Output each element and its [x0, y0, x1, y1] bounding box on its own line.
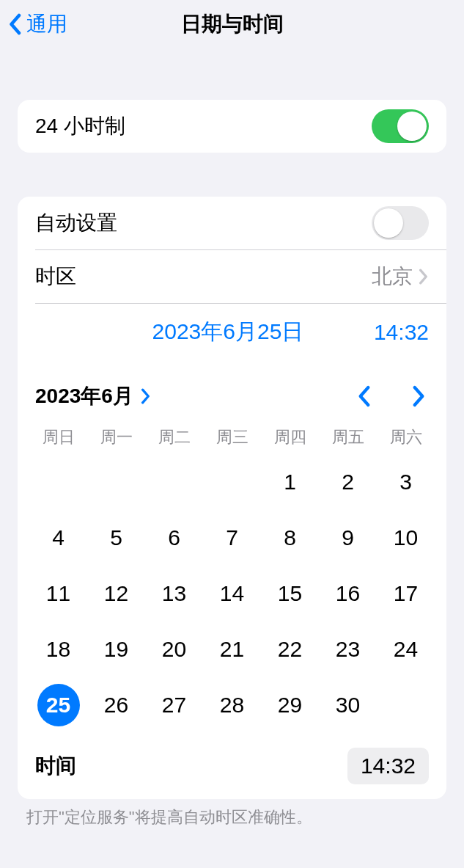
label-auto-set: 自动设置 — [35, 209, 117, 237]
row-auto-set: 自动设置 — [18, 197, 446, 249]
label-24-hour: 24 小时制 — [35, 112, 125, 140]
calendar-day-cell[interactable]: 20 — [145, 621, 203, 677]
value-time: 14:32 — [361, 754, 416, 778]
row-time: 时间 14:32 — [18, 740, 446, 799]
calendar-header: 2023年6月 — [18, 368, 446, 420]
switch-24-hour[interactable] — [372, 109, 429, 143]
calendar-day-cell[interactable]: 1 — [261, 454, 319, 510]
calendar-day-cell[interactable]: 18 — [29, 621, 87, 677]
back-label: 通用 — [26, 10, 67, 38]
weekday-label: 周一 — [87, 426, 145, 448]
calendar-day-number: 11 — [37, 572, 80, 615]
calendar-day-number: 16 — [327, 572, 369, 615]
back-button[interactable]: 通用 — [0, 10, 67, 38]
calendar-day-number: 26 — [95, 684, 138, 726]
weekday-label: 周日 — [29, 426, 87, 448]
calendar-day-cell[interactable]: 24 — [377, 621, 435, 677]
calendar-day-number: 21 — [211, 628, 254, 671]
weekday-label: 周五 — [319, 426, 377, 448]
calendar-day-number: 19 — [95, 628, 138, 671]
calendar-day-cell[interactable]: 17 — [377, 566, 435, 621]
calendar-next-month-button[interactable] — [408, 384, 429, 408]
calendar-day-number: 23 — [327, 628, 369, 671]
calendar-day-cell[interactable]: 23 — [319, 621, 377, 677]
calendar-day-number: 13 — [153, 572, 196, 615]
calendar-day-cell[interactable]: 30 — [319, 677, 377, 733]
calendar-day-cell[interactable]: 27 — [145, 677, 203, 733]
switch-thumb — [397, 112, 427, 141]
calendar-day-number: 18 — [37, 628, 80, 671]
calendar-day-number: 22 — [269, 628, 312, 671]
chevron-left-icon — [7, 13, 22, 35]
calendar-day-number: 28 — [211, 684, 254, 726]
calendar-empty-cell — [87, 454, 145, 510]
calendar-weekdays: 周日周一周二周三周四周五周六 — [18, 426, 446, 448]
calendar-day-cell[interactable]: 10 — [377, 510, 435, 566]
calendar-day-number: 1 — [269, 461, 312, 503]
row-24-hour: 24 小时制 — [18, 100, 446, 153]
calendar-day-cell[interactable]: 2 — [319, 454, 377, 510]
calendar-day-cell[interactable]: 19 — [87, 621, 145, 677]
summary-date[interactable]: 2023年6月25日 — [35, 317, 374, 347]
calendar-day-cell[interactable]: 25 — [29, 677, 87, 733]
label-timezone: 时区 — [35, 263, 76, 291]
switch-auto-set[interactable] — [372, 206, 429, 240]
group-datetime: 自动设置 时区 北京 2023年6月25日 14:32 2023年6月 — [18, 197, 446, 799]
calendar-day-number: 7 — [211, 517, 254, 559]
calendar-day-number: 2 — [327, 461, 369, 503]
calendar-day-cell[interactable]: 6 — [145, 510, 203, 566]
calendar-day-number: 12 — [95, 572, 138, 615]
calendar-day-number: 9 — [327, 517, 369, 559]
calendar-day-number: 29 — [269, 684, 312, 726]
calendar-empty-cell — [203, 454, 261, 510]
chevron-right-icon — [141, 388, 151, 404]
calendar-month-button[interactable]: 2023年6月 — [35, 382, 151, 410]
calendar-day-number: 14 — [211, 572, 254, 615]
calendar-day-cell[interactable]: 3 — [377, 454, 435, 510]
calendar-day-number: 25 — [37, 684, 80, 726]
switch-thumb — [374, 208, 403, 238]
row-date-time-summary: 2023年6月25日 14:32 — [18, 304, 446, 368]
chevron-right-icon — [408, 384, 429, 408]
calendar-day-cell[interactable]: 8 — [261, 510, 319, 566]
chevron-right-icon — [419, 269, 429, 285]
calendar-day-cell[interactable]: 15 — [261, 566, 319, 621]
calendar-empty-cell — [145, 454, 203, 510]
calendar-day-cell[interactable]: 4 — [29, 510, 87, 566]
calendar-day-number: 3 — [385, 461, 427, 503]
calendar-day-cell[interactable]: 26 — [87, 677, 145, 733]
calendar-day-cell[interactable]: 22 — [261, 621, 319, 677]
calendar-month-label: 2023年6月 — [35, 382, 133, 410]
calendar-empty-cell — [29, 454, 87, 510]
calendar-prev-month-button[interactable] — [354, 384, 375, 408]
calendar-day-cell[interactable]: 16 — [319, 566, 377, 621]
weekday-label: 周四 — [261, 426, 319, 448]
calendar-day-cell[interactable]: 5 — [87, 510, 145, 566]
value-timezone: 北京 — [372, 263, 413, 291]
time-picker-button[interactable]: 14:32 — [347, 748, 429, 784]
calendar-day-number: 30 — [327, 684, 369, 726]
calendar-day-number: 10 — [385, 517, 427, 559]
calendar-day-cell[interactable]: 28 — [203, 677, 261, 733]
row-timezone[interactable]: 时区 北京 — [18, 250, 446, 303]
calendar-day-number: 15 — [269, 572, 312, 615]
calendar-day-cell[interactable]: 21 — [203, 621, 261, 677]
label-time: 时间 — [35, 752, 76, 780]
timezone-value-container: 北京 — [372, 263, 429, 291]
calendar-day-cell[interactable]: 14 — [203, 566, 261, 621]
calendar-day-cell[interactable]: 7 — [203, 510, 261, 566]
calendar-day-number: 20 — [153, 628, 196, 671]
calendar-day-cell[interactable]: 9 — [319, 510, 377, 566]
weekday-label: 周二 — [145, 426, 203, 448]
calendar-day-number: 17 — [385, 572, 427, 615]
calendar-day-cell[interactable]: 13 — [145, 566, 203, 621]
calendar-day-cell[interactable]: 12 — [87, 566, 145, 621]
calendar-day-cell[interactable]: 11 — [29, 566, 87, 621]
calendar-nav — [354, 384, 429, 408]
weekday-label: 周六 — [377, 426, 435, 448]
calendar-day-cell[interactable]: 29 — [261, 677, 319, 733]
calendar-day-number: 24 — [385, 628, 427, 671]
chevron-left-icon — [354, 384, 375, 408]
group-24h: 24 小时制 — [18, 100, 446, 153]
summary-time[interactable]: 14:32 — [374, 320, 429, 345]
